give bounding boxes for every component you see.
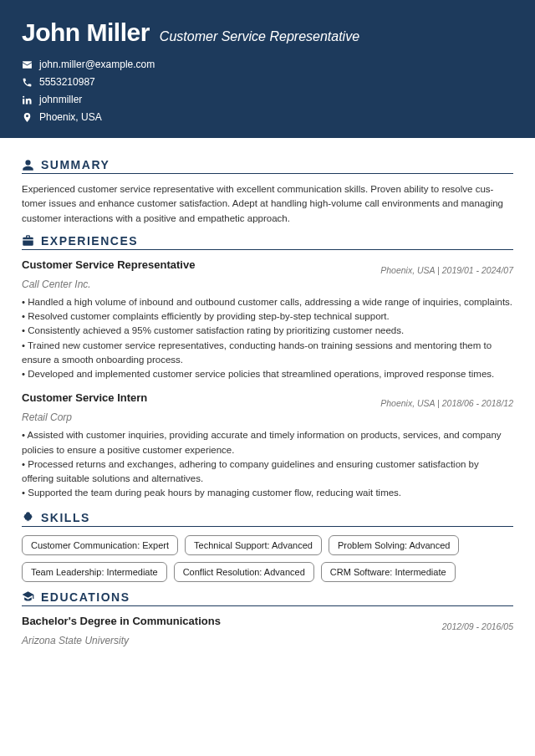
- summary-section: SUMMARY Experienced customer service rep…: [22, 158, 513, 226]
- person-icon: [22, 159, 34, 171]
- exp-role: Customer Service Intern: [22, 391, 147, 404]
- experience-item: Customer Service Representative Phoenix,…: [22, 258, 513, 382]
- edu-school: Arizona State University: [22, 635, 513, 646]
- skill-pill: CRM Software: Intermediate: [321, 562, 456, 582]
- bullet: • Assisted with customer inquiries, prov…: [22, 428, 513, 457]
- contact-location: Phoenix, USA: [22, 111, 513, 123]
- phone-icon: [22, 77, 33, 88]
- bullet: • Handled a high volume of inbound and o…: [22, 295, 513, 309]
- location-icon: [22, 112, 33, 123]
- contact-phone: 5553210987: [22, 76, 513, 88]
- resume-header: John Miller Customer Service Representat…: [0, 0, 535, 138]
- contact-linkedin: johnmiller: [22, 94, 513, 105]
- skill-pill: Customer Communication: Expert: [22, 535, 178, 555]
- person-name: John Miller: [22, 18, 150, 47]
- exp-bullets: • Handled a high volume of inbound and o…: [22, 295, 513, 382]
- edu-degree: Bachelor's Degree in Communications: [22, 615, 221, 627]
- location-text: Phoenix, USA: [39, 111, 102, 123]
- edu-meta: 2012/09 - 2016/05: [442, 621, 513, 631]
- linkedin-text: johnmiller: [39, 94, 82, 105]
- linkedin-icon: [22, 94, 33, 105]
- exp-company: Call Center Inc.: [22, 278, 513, 290]
- skills-list: Customer Communication: Expert Technical…: [22, 535, 513, 582]
- graduation-cap-icon: [22, 590, 34, 603]
- phone-text: 5553210987: [39, 76, 95, 88]
- summary-text: Experienced customer service representat…: [22, 182, 513, 226]
- envelope-icon: [22, 59, 33, 70]
- contact-list: john.miller@example.com 5553210987 johnm…: [22, 59, 513, 123]
- skills-section: SKILLS Customer Communication: Expert Te…: [22, 511, 513, 582]
- exp-meta: Phoenix, USA | 2019/01 - 2024/07: [380, 265, 513, 275]
- skill-pill: Team Leadership: Intermediate: [22, 562, 167, 582]
- exp-company: Retail Corp: [22, 411, 513, 423]
- bullet: • Supported the team during peak hours b…: [22, 486, 513, 500]
- person-title: Customer Service Representative: [160, 29, 359, 44]
- skill-pill: Problem Solving: Advanced: [329, 535, 460, 555]
- header-title-row: John Miller Customer Service Representat…: [22, 18, 513, 47]
- experiences-header: EXPERIENCES: [22, 234, 513, 250]
- skills-header: SKILLS: [22, 511, 513, 527]
- bullet: • Trained new customer service represent…: [22, 339, 513, 368]
- educations-section: EDUCATIONS Bachelor's Degree in Communic…: [22, 590, 513, 646]
- resume-body: SUMMARY Experienced customer service rep…: [0, 138, 535, 665]
- education-item: Bachelor's Degree in Communications 2012…: [22, 615, 513, 631]
- briefcase-icon: [22, 234, 34, 247]
- bullet: • Consistently achieved a 95% customer s…: [22, 324, 513, 338]
- email-text: john.miller@example.com: [39, 59, 155, 70]
- skills-title: SKILLS: [41, 511, 90, 524]
- bullet: • Processed returns and exchanges, adher…: [22, 457, 513, 487]
- educations-title: EDUCATIONS: [41, 590, 130, 604]
- exp-bullets: • Assisted with customer inquiries, prov…: [22, 428, 513, 500]
- contact-email: john.miller@example.com: [22, 59, 513, 70]
- brain-icon: [22, 511, 34, 524]
- bullet: • Resolved customer complaints efficient…: [22, 309, 513, 324]
- experiences-section: EXPERIENCES Customer Service Representat…: [22, 234, 513, 501]
- summary-header: SUMMARY: [22, 158, 513, 174]
- exp-meta: Phoenix, USA | 2018/06 - 2018/12: [380, 398, 513, 408]
- experiences-title: EXPERIENCES: [41, 234, 138, 248]
- skill-pill: Technical Support: Advanced: [185, 535, 322, 555]
- skill-pill: Conflict Resolution: Advanced: [174, 562, 314, 582]
- exp-role: Customer Service Representative: [22, 258, 195, 271]
- bullet: • Developed and implemented customer ser…: [22, 367, 513, 381]
- summary-title: SUMMARY: [41, 158, 110, 171]
- educations-header: EDUCATIONS: [22, 590, 513, 606]
- experience-item: Customer Service Intern Phoenix, USA | 2…: [22, 391, 513, 500]
